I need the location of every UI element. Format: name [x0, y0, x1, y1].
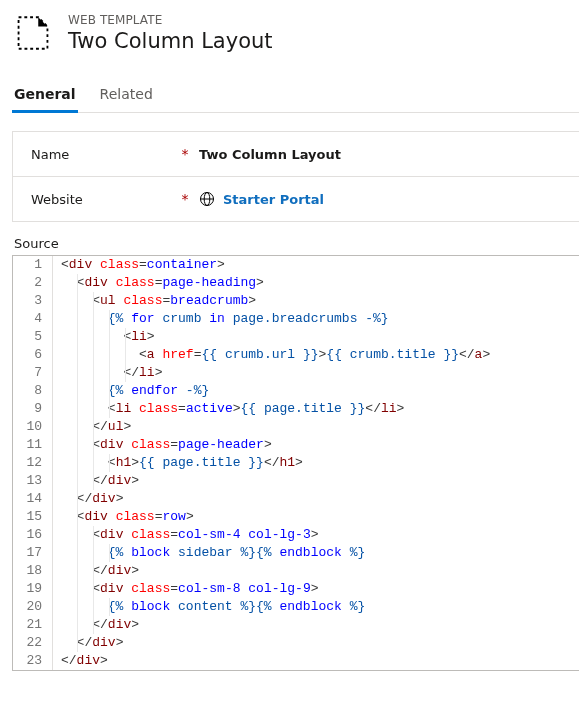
line-number: 18: [13, 562, 53, 580]
code-line[interactable]: 22 </div>: [13, 634, 579, 652]
line-number: 2: [13, 274, 53, 292]
line-number: 17: [13, 544, 53, 562]
code-line[interactable]: 3 <ul class=breadcrumb>: [13, 292, 579, 310]
code-content: </div>: [53, 616, 579, 634]
tab-general[interactable]: General: [12, 78, 78, 112]
line-number: 15: [13, 508, 53, 526]
line-number: 7: [13, 364, 53, 382]
code-line[interactable]: 17 {% block sidebar %}{% endblock %}: [13, 544, 579, 562]
line-number: 11: [13, 436, 53, 454]
line-number: 3: [13, 292, 53, 310]
code-content: </ul>: [53, 418, 579, 436]
website-label: Website: [31, 192, 171, 207]
line-number: 5: [13, 328, 53, 346]
line-number: 16: [13, 526, 53, 544]
line-number: 20: [13, 598, 53, 616]
code-line[interactable]: 12 <h1>{{ page.title }}</h1>: [13, 454, 579, 472]
tab-bar: GeneralRelated: [12, 78, 579, 113]
code-content: <div class=page-heading>: [53, 274, 579, 292]
field-name: Name * Two Column Layout: [13, 132, 579, 177]
code-content: <div class=row>: [53, 508, 579, 526]
page-root: WEB TEMPLATE Two Column Layout GeneralRe…: [0, 0, 579, 671]
line-number: 1: [13, 256, 53, 274]
line-number: 9: [13, 400, 53, 418]
code-line[interactable]: 2 <div class=page-heading>: [13, 274, 579, 292]
required-marker: *: [179, 191, 191, 207]
code-content: </div>: [53, 634, 579, 652]
code-line[interactable]: 4 {% for crumb in page.breadcrumbs -%}: [13, 310, 579, 328]
line-number: 6: [13, 346, 53, 364]
code-content: <ul class=breadcrumb>: [53, 292, 579, 310]
code-line[interactable]: 1<div class=container>: [13, 256, 579, 274]
line-number: 8: [13, 382, 53, 400]
code-line[interactable]: 19 <div class=col-sm-8 col-lg-9>: [13, 580, 579, 598]
code-content: {% endfor -%}: [53, 382, 579, 400]
code-line[interactable]: 11 <div class=page-header>: [13, 436, 579, 454]
code-content: <div class=page-header>: [53, 436, 579, 454]
code-line[interactable]: 21 </div>: [13, 616, 579, 634]
code-content: </div>: [53, 562, 579, 580]
code-line[interactable]: 14 </div>: [13, 490, 579, 508]
code-line[interactable]: 15 <div class=row>: [13, 508, 579, 526]
line-number: 23: [13, 652, 53, 670]
line-number: 13: [13, 472, 53, 490]
code-line[interactable]: 13 </div>: [13, 472, 579, 490]
website-link-text: Starter Portal: [223, 192, 324, 207]
code-line[interactable]: 6 <a href={{ crumb.url }}>{{ crumb.title…: [13, 346, 579, 364]
code-content: {% block content %}{% endblock %}: [53, 598, 579, 616]
form-panel: Name * Two Column Layout Website * Start…: [12, 131, 579, 222]
code-line[interactable]: 23</div>: [13, 652, 579, 670]
required-marker: *: [179, 146, 191, 162]
page-header: WEB TEMPLATE Two Column Layout: [12, 6, 579, 68]
line-number: 4: [13, 310, 53, 328]
code-line[interactable]: 9 <li class=active>{{ page.title }}</li>: [13, 400, 579, 418]
entity-type-label: WEB TEMPLATE: [68, 13, 273, 27]
code-content: {% for crumb in page.breadcrumbs -%}: [53, 310, 579, 328]
line-number: 19: [13, 580, 53, 598]
source-label: Source: [12, 236, 579, 255]
globe-icon: [199, 191, 215, 207]
code-editor[interactable]: 1<div class=container>2 <div class=page-…: [12, 255, 579, 671]
name-label: Name: [31, 147, 171, 162]
line-number: 12: [13, 454, 53, 472]
code-line[interactable]: 16 <div class=col-sm-4 col-lg-3>: [13, 526, 579, 544]
code-content: <div class=col-sm-8 col-lg-9>: [53, 580, 579, 598]
page-title: Two Column Layout: [68, 29, 273, 53]
code-content: <li class=active>{{ page.title }}</li>: [53, 400, 579, 418]
source-section: Source 1<div class=container>2 <div clas…: [12, 236, 579, 671]
name-value[interactable]: Two Column Layout: [199, 147, 341, 162]
code-content: <div class=col-sm-4 col-lg-3>: [53, 526, 579, 544]
code-content: </li>: [53, 364, 579, 382]
code-line[interactable]: 5 <li>: [13, 328, 579, 346]
code-line[interactable]: 20 {% block content %}{% endblock %}: [13, 598, 579, 616]
code-line[interactable]: 10 </ul>: [13, 418, 579, 436]
code-content: </div>: [53, 652, 579, 670]
tab-related[interactable]: Related: [98, 78, 155, 112]
header-text: WEB TEMPLATE Two Column Layout: [68, 13, 273, 53]
code-content: </div>: [53, 472, 579, 490]
website-value[interactable]: Starter Portal: [199, 191, 324, 207]
line-number: 14: [13, 490, 53, 508]
code-line[interactable]: 8 {% endfor -%}: [13, 382, 579, 400]
line-number: 10: [13, 418, 53, 436]
line-number: 21: [13, 616, 53, 634]
code-content: <h1>{{ page.title }}</h1>: [53, 454, 579, 472]
code-line[interactable]: 7 </li>: [13, 364, 579, 382]
code-content: <div class=container>: [53, 256, 579, 274]
code-line[interactable]: 18 </div>: [13, 562, 579, 580]
code-content: <a href={{ crumb.url }}>{{ crumb.title }…: [53, 346, 579, 364]
code-content: </div>: [53, 490, 579, 508]
document-icon: [12, 12, 54, 54]
code-content: <li>: [53, 328, 579, 346]
field-website: Website * Starter Portal: [13, 177, 579, 221]
code-content: {% block sidebar %}{% endblock %}: [53, 544, 579, 562]
line-number: 22: [13, 634, 53, 652]
